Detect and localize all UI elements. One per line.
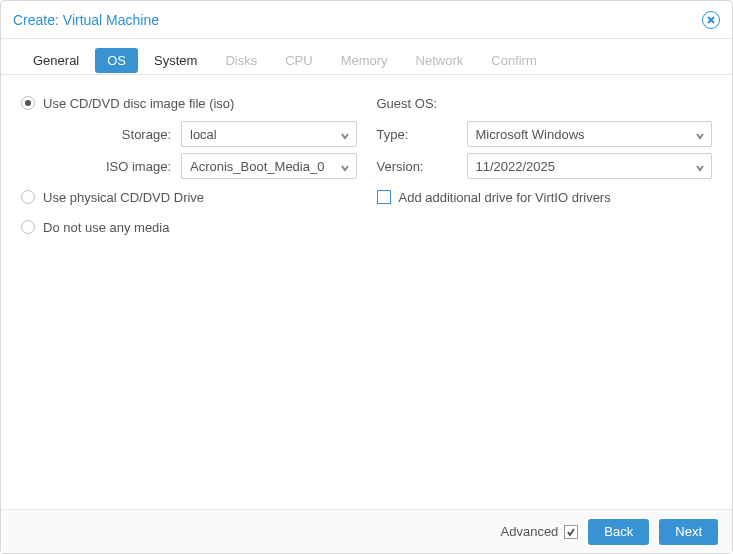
chevron-down-icon: [340, 129, 350, 139]
radio-icon: [21, 96, 35, 110]
iso-image-select[interactable]: Acronis_Boot_Media_0: [181, 153, 357, 179]
os-type-field: Type: Microsoft Windows: [377, 119, 713, 149]
tab-os[interactable]: OS: [95, 48, 138, 73]
os-type-select[interactable]: Microsoft Windows: [467, 121, 713, 147]
media-option-iso[interactable]: Use CD/DVD disc image file (iso): [21, 89, 357, 117]
dialog-body: Use CD/DVD disc image file (iso) Storage…: [1, 75, 732, 509]
tab-general[interactable]: General: [21, 48, 91, 73]
wizard-tabs: General OS System Disks CPU Memory Netwo…: [1, 39, 732, 75]
back-button[interactable]: Back: [588, 519, 649, 545]
media-option-physical[interactable]: Use physical CD/DVD Drive: [21, 183, 357, 211]
guest-os-heading: Guest OS:: [377, 89, 713, 117]
media-option-none-label: Do not use any media: [43, 220, 169, 235]
titlebar: Create: Virtual Machine: [1, 1, 732, 39]
radio-icon: [21, 190, 35, 204]
os-type-label: Type:: [377, 127, 467, 142]
iso-image-label: ISO image:: [21, 159, 181, 174]
tab-cpu: CPU: [273, 48, 324, 73]
checkbox-icon: [564, 525, 578, 539]
virtio-drive-label: Add additional drive for VirtIO drivers: [399, 190, 611, 205]
radio-icon: [21, 220, 35, 234]
window-title: Create: Virtual Machine: [13, 12, 159, 28]
checkbox-icon: [377, 190, 391, 204]
next-button[interactable]: Next: [659, 519, 718, 545]
iso-image-value: Acronis_Boot_Media_0: [190, 159, 324, 174]
media-column: Use CD/DVD disc image file (iso) Storage…: [21, 89, 367, 509]
storage-select[interactable]: local: [181, 121, 357, 147]
os-version-field: Version: 11/2022/2025: [377, 151, 713, 181]
tab-system[interactable]: System: [142, 48, 209, 73]
os-version-label: Version:: [377, 159, 467, 174]
os-type-value: Microsoft Windows: [476, 127, 585, 142]
guest-os-column: Guest OS: Type: Microsoft Windows Versio…: [367, 89, 713, 509]
iso-image-field: ISO image: Acronis_Boot_Media_0: [21, 151, 357, 181]
dialog-footer: Advanced Back Next: [1, 509, 732, 553]
storage-label: Storage:: [21, 127, 181, 142]
dialog-create-vm: Create: Virtual Machine General OS Syste…: [0, 0, 733, 554]
close-icon: [706, 15, 716, 25]
storage-field: Storage: local: [21, 119, 357, 149]
media-option-none[interactable]: Do not use any media: [21, 213, 357, 241]
virtio-drive-option[interactable]: Add additional drive for VirtIO drivers: [377, 183, 713, 211]
tab-memory: Memory: [329, 48, 400, 73]
os-version-value: 11/2022/2025: [476, 159, 556, 174]
chevron-down-icon: [695, 161, 705, 171]
tab-confirm: Confirm: [479, 48, 549, 73]
chevron-down-icon: [695, 129, 705, 139]
media-option-iso-label: Use CD/DVD disc image file (iso): [43, 96, 234, 111]
storage-value: local: [190, 127, 217, 142]
advanced-label: Advanced: [501, 524, 559, 539]
chevron-down-icon: [340, 161, 350, 171]
os-version-select[interactable]: 11/2022/2025: [467, 153, 713, 179]
tab-network: Network: [404, 48, 476, 73]
tab-disks: Disks: [213, 48, 269, 73]
close-button[interactable]: [702, 11, 720, 29]
advanced-toggle[interactable]: Advanced: [501, 524, 579, 539]
media-option-physical-label: Use physical CD/DVD Drive: [43, 190, 204, 205]
